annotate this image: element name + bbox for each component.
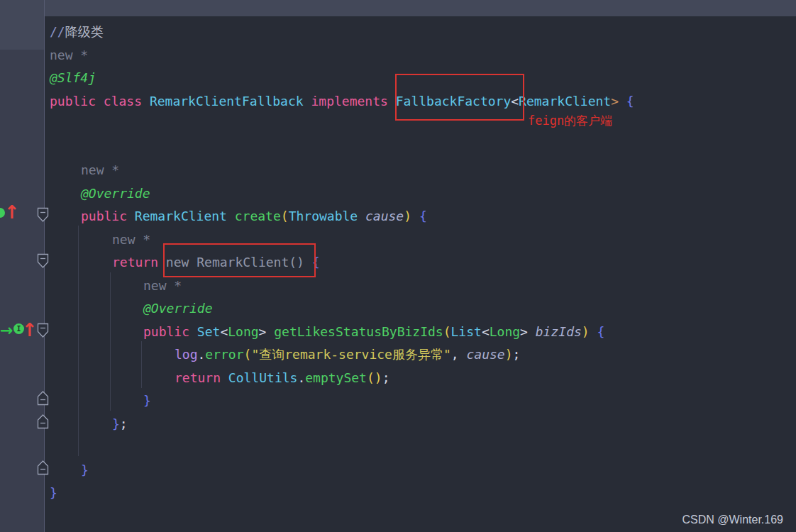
code-token: > xyxy=(611,94,619,109)
code-token: 降级类 xyxy=(65,24,104,39)
code-token: List xyxy=(451,324,482,339)
code-token: public xyxy=(81,209,135,223)
code-token: ; xyxy=(382,370,390,385)
code-token: RemarkClient xyxy=(519,94,611,109)
code-line[interactable]: }; xyxy=(112,412,128,436)
code-token: new * xyxy=(143,278,182,293)
code-token: , xyxy=(451,347,467,362)
code-line[interactable]: public Set<Long> getLikesStatusByBizIds(… xyxy=(143,320,604,343)
code-line[interactable]: } xyxy=(81,458,89,482)
code-line[interactable]: new * xyxy=(50,43,88,67)
fold-collapse-icon[interactable] xyxy=(37,323,49,338)
code-token: getLikesStatusByBizIds xyxy=(274,324,443,339)
implement-method-marker-group[interactable]: → I ↑ xyxy=(0,321,35,342)
code-token: emptySet xyxy=(305,370,367,385)
code-token: public xyxy=(143,324,197,339)
code-token: ( xyxy=(281,209,289,223)
code-line[interactable]: } xyxy=(50,481,57,504)
implement-letter: I xyxy=(16,326,21,333)
editor-tab-bar xyxy=(0,0,796,16)
code-token: @Override xyxy=(81,186,150,201)
code-line[interactable]: public class RemarkClientFallback implem… xyxy=(50,89,634,113)
code-token: > xyxy=(520,324,536,339)
navigate-up-arrow-icon[interactable]: ↑ xyxy=(22,319,38,340)
code-token: { xyxy=(626,94,634,109)
implements-arrow-icon[interactable]: → xyxy=(0,321,13,340)
code-token: } xyxy=(81,462,89,477)
code-token: Throwable xyxy=(289,209,365,223)
code-token: ; xyxy=(120,416,128,431)
indent-guide xyxy=(78,226,79,456)
code-line[interactable]: //降级类 xyxy=(50,20,104,43)
code-token: new * xyxy=(81,162,119,177)
fold-end-icon[interactable] xyxy=(37,460,49,475)
code-token: ( xyxy=(443,324,451,339)
code-token: return xyxy=(175,370,228,385)
code-token: // xyxy=(50,24,65,39)
code-token: error xyxy=(205,347,243,362)
code-token: { xyxy=(419,209,427,223)
highlight-box-fallbackfactory xyxy=(395,74,524,121)
override-method-marker-group[interactable]: ↑ xyxy=(0,203,21,224)
code-token: ( xyxy=(244,347,252,362)
code-token: return xyxy=(112,255,166,270)
indent-guide xyxy=(141,341,142,388)
navigate-up-arrow-icon[interactable]: ↑ xyxy=(4,201,20,223)
code-token xyxy=(304,94,311,109)
fold-end-icon[interactable] xyxy=(37,414,49,429)
watermark: CSDN @Winter.169 xyxy=(682,514,783,526)
code-token: public class xyxy=(50,94,150,109)
code-token: create xyxy=(235,209,281,223)
code-token: ) xyxy=(582,324,590,339)
code-token: new * xyxy=(50,48,88,62)
code-token: cause xyxy=(466,347,504,362)
code-token xyxy=(619,94,626,109)
code-token: log xyxy=(175,347,198,362)
code-token: { xyxy=(597,324,605,339)
fold-collapse-icon[interactable] xyxy=(37,253,49,269)
code-token: < xyxy=(220,324,228,339)
code-token: < xyxy=(482,324,490,339)
gutter-panel xyxy=(0,16,44,532)
code-token: . xyxy=(297,370,305,385)
code-line[interactable]: @Override xyxy=(143,297,213,320)
code-line[interactable]: public RemarkClient create(Throwable cau… xyxy=(81,204,427,228)
indent-guide xyxy=(110,272,111,411)
code-token: } xyxy=(112,416,120,431)
code-token: } xyxy=(143,393,151,408)
code-token: bizIds xyxy=(536,324,582,339)
code-token: new * xyxy=(112,232,150,247)
code-token: CollUtils xyxy=(228,370,298,385)
fold-collapse-icon[interactable] xyxy=(37,207,49,223)
code-token: @Override xyxy=(143,301,213,316)
code-line[interactable]: } xyxy=(143,389,151,412)
code-token: @Slf4j xyxy=(50,70,96,85)
code-token: "查询remark-service服务异常" xyxy=(251,347,450,362)
code-token: > xyxy=(259,324,275,339)
code-token: . xyxy=(198,347,206,362)
code-token: ; xyxy=(513,347,521,362)
code-token: Long xyxy=(228,324,258,339)
annotation-label: feign的客户端 xyxy=(528,113,612,129)
code-line[interactable]: new * xyxy=(112,228,150,251)
code-token: () xyxy=(367,370,382,385)
code-token: RemarkClientFallback xyxy=(150,94,304,109)
code-line[interactable]: @Slf4j xyxy=(50,66,96,89)
ide-window: //降级类new *@Slf4jpublic class RemarkClien… xyxy=(0,0,796,532)
code-line[interactable]: new * xyxy=(81,158,119,182)
highlight-box-new-remarkclient xyxy=(163,243,316,277)
fold-end-icon[interactable] xyxy=(37,390,49,406)
code-token: RemarkClient xyxy=(135,209,235,223)
code-line[interactable]: return CollUtils.emptySet(); xyxy=(175,366,389,389)
code-token: Long xyxy=(490,324,520,339)
code-token: implements xyxy=(311,94,395,109)
code-token: ) xyxy=(505,347,513,362)
code-token xyxy=(411,209,419,223)
code-line[interactable]: log.error("查询remark-service服务异常", cause)… xyxy=(175,343,520,366)
gutter-panel-top xyxy=(0,16,44,50)
code-token: } xyxy=(50,485,57,500)
code-token: cause xyxy=(365,209,404,223)
code-line[interactable]: @Override xyxy=(81,182,150,205)
code-token xyxy=(590,324,597,339)
code-token: Set xyxy=(197,324,221,339)
